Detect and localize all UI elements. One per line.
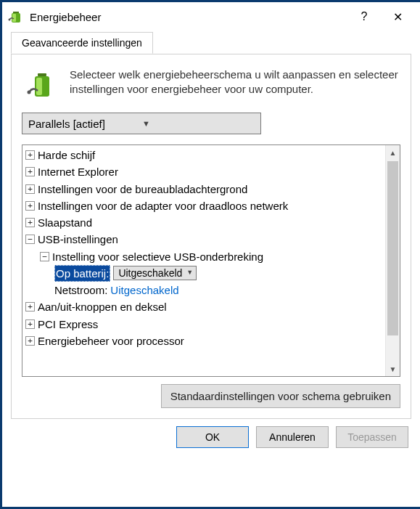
battery-icon [26, 69, 58, 101]
settings-tree[interactable]: + Harde schijf + Internet Explorer + Ins… [22, 145, 385, 376]
battery-app-icon [8, 9, 24, 25]
intro-row: Selecteer welk energiebeheerschema u wil… [22, 68, 400, 101]
tree-item-plugged-in[interactable]: Netstroom: Uitgeschakeld [24, 282, 384, 298]
tree-item-ie[interactable]: + Internet Explorer [24, 163, 384, 180]
tree-item-power-buttons[interactable]: + Aan/uit-knoppen en deksel [24, 298, 384, 315]
svg-rect-6 [36, 78, 42, 95]
scroll-down-icon[interactable]: ▼ [386, 362, 400, 376]
collapse-icon[interactable]: − [40, 252, 49, 261]
tree-item-processor-power[interactable]: + Energiebeheer voor processor [24, 333, 384, 349]
tree-item-wireless[interactable]: + Instellingen voor de adapter voor draa… [24, 198, 384, 214]
collapse-icon[interactable]: − [25, 235, 35, 244]
tree-label: Instellingen voor de adapter voor draadl… [38, 198, 288, 214]
expand-icon[interactable]: + [25, 150, 35, 160]
tree-label: Energiebeheer voor processor [38, 333, 184, 349]
tree-item-usb[interactable]: − USB-instellingen [24, 231, 384, 248]
expand-icon[interactable]: + [25, 167, 35, 176]
tree-label: Instellingen voor de bureaubladachtergro… [38, 181, 247, 198]
tab-panel: Selecteer welk energiebeheerschema u wil… [11, 54, 411, 419]
chevron-down-icon: ▼ [142, 119, 256, 128]
help-button[interactable]: ? [347, 5, 381, 28]
expand-icon[interactable]: + [25, 336, 35, 346]
tree-item-pci-express[interactable]: + PCI Express [24, 316, 384, 333]
expand-icon[interactable]: + [25, 218, 35, 227]
svg-point-8 [30, 89, 32, 90]
power-plan-select[interactable]: Parallels [actief] ▼ [22, 113, 261, 134]
power-plan-value: Parallels [actief] [28, 118, 142, 130]
settings-tree-container: + Harde schijf + Internet Explorer + Ins… [22, 144, 400, 377]
selected-tree-label: Op batterij: [54, 265, 110, 282]
scrollbar[interactable]: ▲ ▼ [385, 145, 400, 376]
on-battery-value-select[interactable]: Uitgeschakeld ▼ [113, 266, 197, 280]
plugged-in-value[interactable]: Uitgeschakeld [110, 282, 178, 298]
close-button[interactable]: ✕ [381, 5, 414, 28]
scroll-thumb[interactable] [387, 161, 398, 335]
tree-label: Internet Explorer [38, 163, 118, 180]
expand-icon[interactable]: + [25, 184, 35, 194]
cancel-button[interactable]: Annuleren [256, 426, 329, 448]
intro-text: Selecteer welk energiebeheerschema u wil… [70, 68, 400, 101]
svg-rect-0 [13, 12, 19, 13]
restore-defaults-row: Standaardinstellingen voor schema gebrui… [22, 384, 400, 408]
tab-advanced-settings[interactable]: Geavanceerde instellingen [11, 32, 153, 54]
tree-item-sleep[interactable]: + Slaapstand [24, 214, 384, 231]
title-bar: Energiebeheer ? ✕ [2, 2, 420, 31]
tree-label: Netstroom: [54, 282, 107, 298]
tree-item-desktop-bg[interactable]: + Instellingen voor de bureaubladachterg… [24, 181, 384, 198]
tree-item-hard-disk[interactable]: + Harde schijf [24, 147, 384, 163]
svg-rect-4 [38, 73, 46, 76]
expand-icon[interactable]: + [25, 302, 35, 311]
apply-button[interactable]: Toepassen [336, 426, 408, 448]
window-title: Energiebeheer [30, 11, 347, 23]
tree-item-usb-suspend[interactable]: − Instelling voor selectieve USB-onderbr… [24, 248, 384, 265]
expand-icon[interactable]: + [25, 319, 35, 329]
svg-point-7 [28, 91, 31, 94]
expand-icon[interactable]: + [25, 201, 35, 211]
restore-defaults-button[interactable]: Standaardinstellingen voor schema gebrui… [161, 384, 400, 408]
tree-label: Slaapstand [38, 214, 92, 231]
tree-label: Aan/uit-knoppen en deksel [38, 298, 167, 315]
tree-label: PCI Express [38, 316, 98, 333]
chevron-down-icon: ▼ [186, 268, 193, 278]
tree-label: Harde schijf [38, 147, 95, 163]
tree-item-on-battery[interactable]: Op batterij: Uitgeschakeld ▼ [24, 265, 384, 282]
svg-point-3 [9, 19, 11, 21]
ok-button[interactable]: OK [176, 426, 249, 448]
tree-label: Instelling voor selectieve USB-onderbrek… [52, 248, 263, 265]
select-value: Uitgeschakeld [118, 266, 182, 282]
tree-label: USB-instellingen [38, 231, 118, 248]
scroll-up-icon[interactable]: ▲ [386, 145, 400, 160]
dialog-button-row: OK Annuleren Toepassen [2, 426, 420, 458]
tab-strip: Geavanceerde instellingen [2, 31, 420, 54]
